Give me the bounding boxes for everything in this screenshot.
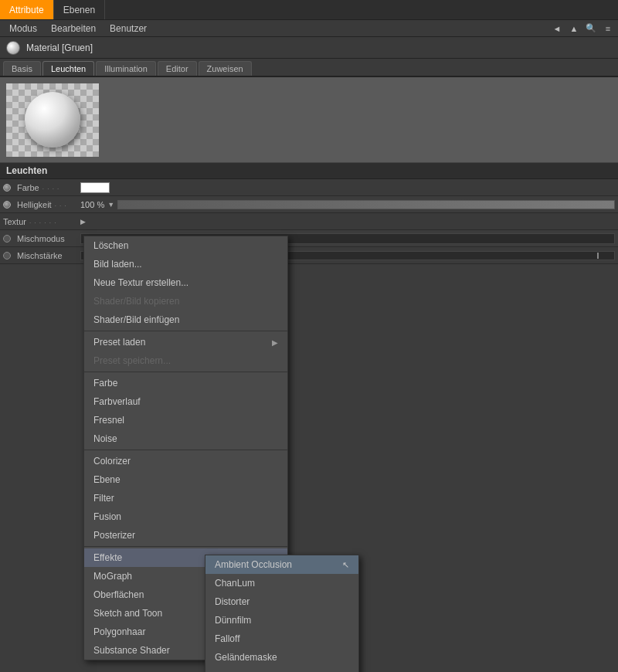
mischstaerke-label: Mischstärke [3,251,80,260]
preview-sphere [25,92,80,148]
helligkeit-slider[interactable] [117,200,615,209]
farbe-label: Farbe . . . . [3,183,80,192]
tab-zuweisen[interactable]: Zuweisen [199,61,252,76]
ctx-farbverlauf[interactable]: Farbverlauf [84,392,287,411]
sub-tabs-bar: Basis Leuchten Illumination Editor Zuwei… [0,59,618,77]
ctx-bild-laden[interactable]: Bild laden... [84,255,287,273]
prop-row-helligkeit: Helligkeit . . . 100 % ▼ [0,196,618,213]
section-leuchten: Leuchten [0,162,618,179]
tab-basis[interactable]: Basis [3,61,41,76]
submenu-gelaendemaske[interactable]: Geländemaske [205,648,358,667]
submenu-effekte: Ambient Occlusion ↖ ChanLum Distorter Dü… [205,555,359,672]
tab-illumination[interactable]: Illumination [96,61,156,76]
submenu-linsenverzeichnung[interactable]: Linsenverzeichnung [205,667,358,672]
ctx-farbe[interactable]: Farbe [84,374,287,392]
ctx-ebene[interactable]: Ebene [84,470,287,489]
prop-row-textur: Textur . . . . . . ▶ [0,213,618,230]
textur-label: Textur . . . . . . [3,217,80,226]
ctx-preset-laden-arrow: ▶ [272,338,278,347]
search-icon[interactable]: 🔍 [584,22,598,36]
submenu-distorter[interactable]: Distorter [205,592,358,611]
submenu-duennfilm[interactable]: Dünnfilm [205,611,358,630]
submenu-chanlum[interactable]: ChanLum [205,574,358,592]
ctx-filter[interactable]: Filter [84,489,287,507]
ctx-preset-speichern: Preset speichern... [84,351,287,370]
mischstaerke-radio[interactable] [3,252,11,260]
ctx-shader-einfuegen[interactable]: Shader/Bild einfügen [84,311,287,329]
farbe-radio[interactable] [3,184,11,192]
tab-attribute[interactable]: Attribute [0,0,54,19]
submenu-ambient-occlusion[interactable]: Ambient Occlusion ↖ [205,555,358,574]
helligkeit-value: 100 % [80,200,104,209]
back-icon[interactable]: ◄ [550,22,564,36]
ctx-neue-textur[interactable]: Neue Textur erstellen... [84,273,287,292]
ctx-loeschen[interactable]: Löschen [84,236,287,255]
menu-benutzer[interactable]: Benutzer [104,22,153,36]
preview-box [6,83,99,157]
material-title: Material [Gruen] [26,42,93,53]
ctx-shader-kopieren: Shader/Bild kopieren [84,292,287,311]
ctx-sep-4 [84,546,287,547]
ctx-preset-laden[interactable]: Preset laden ▶ [84,333,287,351]
tab-ebenen[interactable]: Ebenen [54,0,105,19]
mischmodus-radio[interactable] [3,235,11,243]
ctx-sep-3 [84,450,287,450]
ctx-sep-2 [84,372,287,372]
ctx-fusion[interactable]: Fusion [84,507,287,526]
farbe-color-swatch[interactable] [80,182,110,193]
top-tabs-bar: Attribute Ebenen [0,0,618,20]
menu-modus[interactable]: Modus [3,22,43,36]
helligkeit-radio[interactable] [3,201,11,209]
helligkeit-label: Helligkeit . . . [3,200,80,209]
submenu-falloff[interactable]: Falloff [205,630,358,648]
helligkeit-controls: 100 % ▼ [80,200,615,209]
menu-icons: ◄ ▲ 🔍 ≡ [550,22,615,36]
menu-bar: Modus Bearbeiten Benutzer ◄ ▲ 🔍 ≡ [0,20,618,37]
cursor-after-ambient: ↖ [342,560,349,570]
tab-leuchten[interactable]: Leuchten [42,61,94,76]
helligkeit-arrow[interactable]: ▼ [107,201,114,209]
ctx-noise[interactable]: Noise [84,429,287,448]
tab-ebenen-label: Ebenen [63,5,95,15]
ctx-posterizer[interactable]: Posterizer [84,526,287,545]
tab-attribute-label: Attribute [9,5,44,15]
textur-expand-arrow[interactable]: ▶ [80,218,86,226]
forward-icon[interactable]: ▲ [567,22,581,36]
ctx-colorizer[interactable]: Colorizer [84,452,287,470]
mischmodus-label: Mischmodus [3,234,80,243]
tab-editor[interactable]: Editor [158,61,197,76]
ctx-fresnel[interactable]: Fresnel [84,411,287,429]
menu-bearbeiten[interactable]: Bearbeiten [45,22,102,36]
material-sphere-icon [6,41,20,55]
material-header: Material [Gruen] [0,37,618,59]
prop-row-farbe: Farbe . . . . [0,179,618,196]
ctx-sep-1 [84,331,287,331]
menu-icon[interactable]: ≡ [601,22,615,36]
preview-area [0,77,618,162]
